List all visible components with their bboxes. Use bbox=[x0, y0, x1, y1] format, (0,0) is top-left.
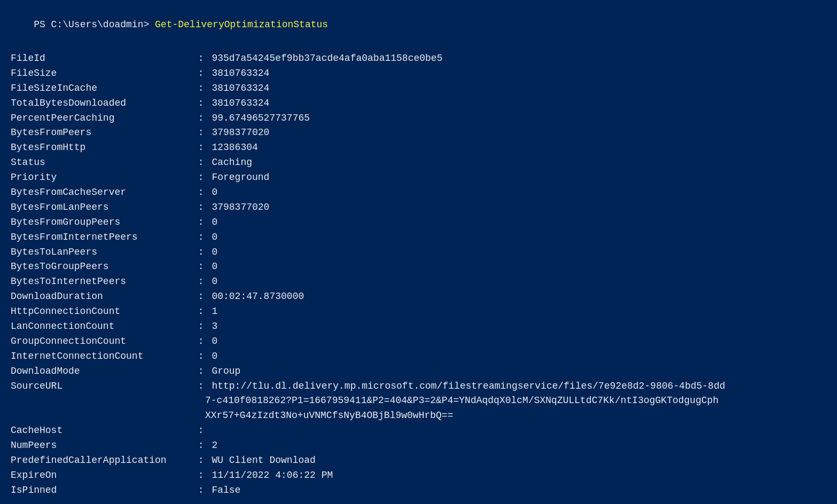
output-row: BytesFromCacheServer : 0 bbox=[11, 185, 826, 200]
output-key: InternetConnectionCount bbox=[11, 349, 192, 364]
output-value: 0 bbox=[212, 245, 217, 260]
output-separator: : bbox=[192, 200, 209, 215]
output-row: CacheHost : bbox=[11, 423, 826, 438]
output-key: SourceURL bbox=[11, 379, 192, 394]
url-indent bbox=[11, 408, 205, 423]
output-row: LanConnectionCount : 3 bbox=[11, 319, 826, 334]
output-value: 3810763324 bbox=[212, 96, 269, 111]
output-row: BytesToInternetPeers : 0 bbox=[11, 274, 826, 289]
output-value: 0 bbox=[212, 334, 217, 349]
output-key: BytesFromLanPeers bbox=[11, 200, 192, 215]
output-row: BytesToGroupPeers : 0 bbox=[11, 259, 826, 274]
output-row: BytesFromPeers : 3798377020 bbox=[11, 125, 826, 140]
output-key: BytesFromCacheServer bbox=[11, 185, 192, 200]
output-row: PredefinedCallerApplication : WU Client … bbox=[11, 453, 826, 468]
output-value: 00:02:47.8730000 bbox=[212, 289, 304, 304]
output-value: 0 bbox=[212, 230, 217, 245]
output-separator: : bbox=[192, 140, 209, 155]
output-row: SourceURL : http://tlu.dl.delivery.mp.mi… bbox=[11, 379, 826, 394]
output-row: GroupConnectionCount : 0 bbox=[11, 334, 826, 349]
output-key: FileId bbox=[11, 51, 192, 66]
output-separator: : bbox=[192, 289, 209, 304]
output-key: NumPeers bbox=[11, 438, 192, 453]
output-separator: : bbox=[192, 379, 209, 394]
output-separator: : bbox=[192, 468, 209, 483]
output-row: Priority : Foreground bbox=[11, 170, 826, 185]
output-value: 935d7a54245ef9bb37acde4afa0aba1158ce0be5 bbox=[212, 51, 442, 66]
output-value: 3 bbox=[212, 319, 217, 334]
output-value: Caching bbox=[212, 155, 252, 170]
output-value: 3810763324 bbox=[212, 81, 269, 96]
output-key: PredefinedCallerApplication bbox=[11, 453, 192, 468]
output-key: DownloadDuration bbox=[11, 289, 192, 304]
output-separator: : bbox=[192, 215, 209, 230]
output-key: ExpireOn bbox=[11, 468, 192, 483]
output-row: FileSize : 3810763324 bbox=[11, 66, 826, 81]
output-value: Foreground bbox=[212, 170, 269, 185]
output-value: WU Client Download bbox=[212, 453, 315, 468]
output-row: TotalBytesDownloaded : 3810763324 bbox=[11, 96, 826, 111]
output-separator: : bbox=[192, 438, 209, 453]
output-key: TotalBytesDownloaded bbox=[11, 96, 192, 111]
output-value: 1 bbox=[212, 304, 217, 319]
output-row: DownloadDuration : 00:02:47.8730000 bbox=[11, 289, 826, 304]
output-separator: : bbox=[192, 364, 209, 379]
output-key: IsPinned bbox=[11, 483, 192, 498]
output-separator: : bbox=[192, 185, 209, 200]
output-separator: : bbox=[192, 349, 209, 364]
output-row: FileId : 935d7a54245ef9bb37acde4afa0aba1… bbox=[11, 51, 826, 66]
output-row-continuation: XXr57+G4zIzdt3No+uVNMCfsNyB4OBjBl9w0wHrb… bbox=[11, 408, 826, 423]
output-value: 2 bbox=[212, 438, 217, 453]
output-separator: : bbox=[192, 423, 209, 438]
output-row: BytesFromHttp : 12386304 bbox=[11, 140, 826, 155]
output-value: 3810763324 bbox=[212, 66, 269, 81]
output-row: Status : Caching bbox=[11, 155, 826, 170]
output-value-cont: XXr57+G4zIzdt3No+uVNMCfsNyB4OBjBl9w0wHrb… bbox=[205, 408, 453, 423]
url-indent bbox=[11, 393, 205, 408]
output-key: CacheHost bbox=[11, 423, 192, 438]
output-key: GroupConnectionCount bbox=[11, 334, 192, 349]
output-row: BytesFromGroupPeers : 0 bbox=[11, 215, 826, 230]
output-value: http://tlu.dl.delivery.mp.microsoft.com/… bbox=[212, 379, 725, 394]
output-row: BytesFromLanPeers : 3798377020 bbox=[11, 200, 826, 215]
output-row: DownloadMode : Group bbox=[11, 364, 826, 379]
prompt-command: Get-DeliveryOptimizationStatus bbox=[155, 19, 328, 30]
prompt-prefix: PS C:\Users\doadmin> bbox=[34, 19, 155, 30]
output-value: Group bbox=[212, 364, 240, 379]
output-key: BytesFromGroupPeers bbox=[11, 215, 192, 230]
output-key: BytesFromHttp bbox=[11, 140, 192, 155]
output-key: FileSizeInCache bbox=[11, 81, 192, 96]
output-value: 3798377020 bbox=[212, 200, 269, 215]
output-key: PercentPeerCaching bbox=[11, 111, 192, 126]
output-key: BytesToLanPeers bbox=[11, 245, 192, 260]
output-block: FileId : 935d7a54245ef9bb37acde4afa0aba1… bbox=[11, 51, 826, 498]
output-row: IsPinned : False bbox=[11, 483, 826, 498]
output-row-continuation: 7-c410f0818262?P1=1667959411&P2=404&P3=2… bbox=[11, 393, 826, 408]
output-value: False bbox=[212, 483, 240, 498]
output-key: LanConnectionCount bbox=[11, 319, 192, 334]
output-key: BytesFromPeers bbox=[11, 125, 192, 140]
terminal-window: PS C:\Users\doadmin> Get-DeliveryOptimiz… bbox=[11, 9, 826, 504]
output-separator: : bbox=[192, 259, 209, 274]
output-separator: : bbox=[192, 453, 209, 468]
output-separator: : bbox=[192, 125, 209, 140]
prompt-line: PS C:\Users\doadmin> Get-DeliveryOptimiz… bbox=[11, 9, 826, 41]
output-key: FileSize bbox=[11, 66, 192, 81]
output-value: 0 bbox=[212, 185, 217, 200]
output-row: InternetConnectionCount : 0 bbox=[11, 349, 826, 364]
output-value: 0 bbox=[212, 274, 217, 289]
output-separator: : bbox=[192, 51, 209, 66]
output-row: BytesFromInternetPeers : 0 bbox=[11, 230, 826, 245]
output-key: BytesFromInternetPeers bbox=[11, 230, 192, 245]
output-key: BytesToGroupPeers bbox=[11, 259, 192, 274]
output-separator: : bbox=[192, 304, 209, 319]
output-separator: : bbox=[192, 96, 209, 111]
output-key: Status bbox=[11, 155, 192, 170]
output-value: 0 bbox=[212, 349, 217, 364]
output-separator: : bbox=[192, 483, 209, 498]
output-value: 12386304 bbox=[212, 140, 257, 155]
output-value: 11/11/2022 4:06:22 PM bbox=[212, 468, 333, 483]
output-separator: : bbox=[192, 334, 209, 349]
output-key: HttpConnectionCount bbox=[11, 304, 192, 319]
output-separator: : bbox=[192, 230, 209, 245]
